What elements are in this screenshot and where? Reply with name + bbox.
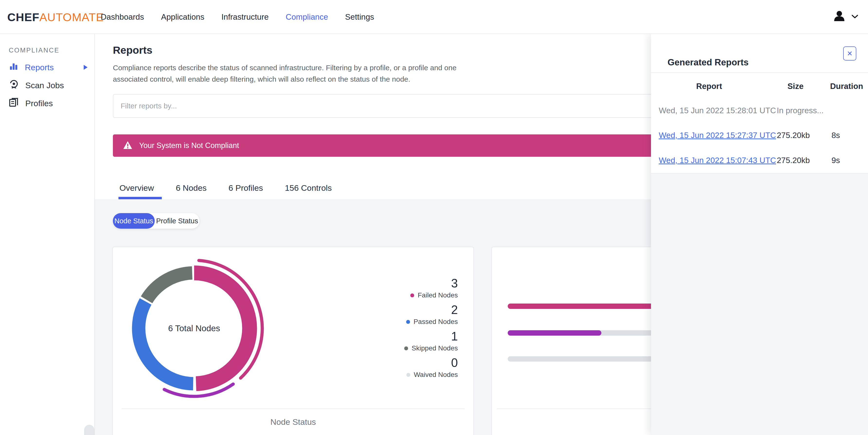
sidebar-scrollbar-thumb[interactable] — [84, 425, 94, 435]
logo-chef-text: CHEF — [7, 10, 39, 24]
report-size: 275.20kb — [777, 131, 810, 140]
node-status-donut-chart: 6 Total Nodes — [124, 258, 265, 399]
chevron-down-icon — [851, 14, 858, 20]
panel-header-divider — [651, 72, 868, 73]
legend-entry-waived: 0 Waived Nodes — [406, 356, 458, 379]
active-tab-underline — [119, 197, 162, 199]
sidebar-item-label: Reports — [25, 63, 54, 72]
sidebar-section-label: COMPLIANCE — [9, 47, 60, 54]
sidebar-item-reports[interactable]: Reports — [0, 58, 94, 76]
legend-dot-skipped — [404, 346, 408, 350]
report-duration: 9s — [832, 156, 840, 165]
person-icon — [833, 10, 846, 24]
banner-text: Your System is Not Compliant — [139, 141, 239, 150]
generated-reports-panel: Generated Reports ✕ Report Size Duration… — [651, 34, 868, 435]
sidebar-item-profiles[interactable]: Profiles — [0, 94, 94, 112]
main-nav: Dashboards Applications Infrastructure C… — [101, 0, 374, 34]
documents-icon — [9, 97, 19, 109]
legend-dot-failed — [410, 293, 414, 297]
failed-count: 3 — [410, 276, 458, 291]
report-size: In progress... — [777, 106, 824, 115]
tab-controls[interactable]: 156 Controls — [285, 183, 332, 193]
bar-chart-icon — [9, 62, 19, 73]
report-duration: 8s — [832, 131, 840, 140]
nav-item-compliance[interactable]: Compliance — [286, 12, 328, 22]
column-header-size: Size — [787, 82, 804, 91]
user-menu[interactable] — [833, 0, 858, 34]
close-panel-button[interactable]: ✕ — [843, 46, 856, 61]
legend-label-passed: Passed Nodes — [413, 317, 458, 326]
radar-icon — [9, 79, 19, 91]
sidebar-item-label: Profiles — [25, 99, 53, 108]
sidebar-item-scan-jobs[interactable]: Scan Jobs — [0, 76, 94, 94]
tab-nodes[interactable]: 6 Nodes — [176, 183, 207, 193]
legend-dot-passed — [406, 320, 410, 324]
sidebar-item-label: Scan Jobs — [25, 81, 64, 90]
passed-count: 2 — [406, 303, 458, 317]
tab-overview[interactable]: Overview — [119, 183, 154, 193]
node-status-caption: Node Status — [113, 417, 473, 427]
status-toggle: Node Status Profile Status — [113, 213, 199, 229]
warning-triangle-icon — [123, 141, 132, 150]
node-status-card: 6 Total Nodes 3 Failed Nodes 2 Passed No… — [113, 247, 474, 435]
legend-label-skipped: Skipped Nodes — [412, 344, 458, 353]
app-root: CHEFAUTOMATE Dashboards Applications Inf… — [0, 0, 868, 435]
report-date: Wed, 15 Jun 2022 15:28:01 UTC — [659, 106, 776, 115]
arrow-right-icon — [84, 65, 88, 70]
nav-item-applications[interactable]: Applications — [161, 12, 204, 22]
compliance-sidebar: COMPLIANCE Reports Scan Jobs Profiles — [0, 34, 95, 435]
logo-automate-text: AUTOMATE — [39, 10, 104, 24]
legend-dot-waived — [406, 373, 410, 377]
nav-item-settings[interactable]: Settings — [345, 12, 374, 22]
sidebar-items: Reports Scan Jobs Profiles — [0, 58, 94, 112]
report-size: 275.20kb — [777, 156, 810, 165]
skipped-count: 1 — [404, 329, 458, 343]
donut-center-label: 6 Total Nodes — [124, 258, 265, 399]
legend-entry-passed: 2 Passed Nodes — [406, 303, 458, 326]
page-title: Reports — [113, 44, 152, 56]
profile-status-toggle-button[interactable]: Profile Status — [155, 213, 199, 229]
close-icon: ✕ — [847, 49, 852, 58]
column-header-report: Report — [696, 82, 722, 91]
nav-item-infrastructure[interactable]: Infrastructure — [221, 12, 269, 22]
column-header-duration: Duration — [830, 82, 863, 91]
nav-item-dashboards[interactable]: Dashboards — [101, 12, 144, 22]
report-tabs: Overview 6 Nodes 6 Profiles 156 Controls — [119, 177, 332, 199]
legend-entry-skipped: 1 Skipped Nodes — [404, 329, 458, 353]
page-description: Compliance reports describe the status o… — [113, 62, 489, 85]
waived-count: 0 — [406, 356, 458, 370]
report-download-link[interactable]: Wed, 15 Jun 2022 15:27:37 UTC — [659, 131, 776, 140]
chef-automate-logo[interactable]: CHEFAUTOMATE — [7, 0, 104, 34]
legend-entry-failed: 3 Failed Nodes — [410, 276, 458, 300]
node-status-toggle-button[interactable]: Node Status — [113, 213, 155, 229]
tab-profiles[interactable]: 6 Profiles — [228, 183, 263, 193]
report-download-link[interactable]: Wed, 15 Jun 2022 15:07:43 UTC — [659, 156, 776, 165]
panel-title: Generated Reports — [668, 57, 749, 68]
panel-empty-area — [651, 173, 868, 435]
legend-label-waived: Waived Nodes — [414, 370, 458, 379]
legend-label-failed: Failed Nodes — [418, 291, 458, 300]
card-divider — [122, 408, 465, 409]
top-navbar: CHEFAUTOMATE Dashboards Applications Inf… — [0, 0, 868, 34]
